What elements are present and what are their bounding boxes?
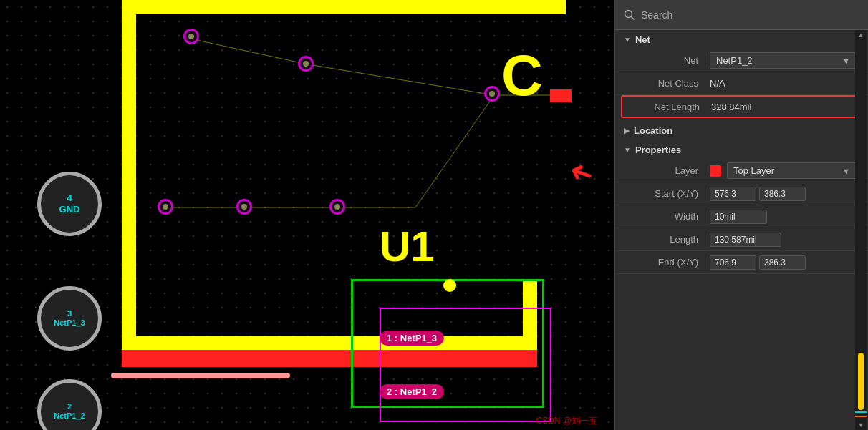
- end-label: End (X/Y): [627, 257, 698, 268]
- width-label: Width: [627, 211, 698, 222]
- start-xy-row: Start (X/Y): [615, 182, 868, 205]
- scroll-down-arrow[interactable]: ▼: [858, 421, 864, 429]
- via-4: [158, 199, 173, 215]
- scrollbar-track[interactable]: ▲ ▼: [855, 30, 867, 430]
- csdn-watermark: CSDN @刘一五: [536, 415, 597, 427]
- layer-dropdown[interactable]: Top Layer ▼: [727, 162, 857, 179]
- triangle-icon: ▼: [624, 36, 631, 44]
- start-coords: [710, 187, 857, 201]
- svg-line-3: [415, 95, 494, 207]
- triangle-props-icon: ▼: [624, 146, 631, 154]
- pad-4-gnd: 4GND: [37, 172, 102, 236]
- end-coords: [710, 255, 857, 270]
- search-input[interactable]: [641, 9, 859, 21]
- net-class-label: Net Class: [627, 78, 698, 89]
- svg-line-0: [193, 39, 308, 64]
- scrollbar-area: [855, 39, 867, 421]
- yellow-trace-horizontal-top: [122, 0, 566, 14]
- via-2: [298, 56, 314, 72]
- via-3: [484, 86, 500, 102]
- net-field-row: Net NetP1_2 ▼: [615, 49, 868, 72]
- layer-row: Layer Top Layer ▼: [615, 160, 868, 182]
- search-icon: [624, 9, 635, 21]
- svg-line-1: [308, 64, 494, 95]
- section-net-label: Net: [635, 34, 650, 45]
- net-label: Net: [627, 55, 698, 66]
- net-value-text: NetP1_2: [716, 55, 753, 66]
- via-5: [236, 199, 252, 215]
- layer-chevron-icon: ▼: [842, 167, 850, 175]
- width-input[interactable]: [710, 210, 767, 224]
- length-input[interactable]: [710, 233, 781, 247]
- width-row: Width: [615, 205, 868, 228]
- pink-trace: [111, 373, 290, 378]
- scroll-thumb[interactable]: [858, 353, 864, 410]
- section-properties-header[interactable]: ▼ Properties: [615, 140, 868, 160]
- layer-color-swatch: [710, 165, 721, 177]
- start-x-input[interactable]: [710, 187, 756, 201]
- search-bar: [615, 0, 868, 30]
- via-6: [329, 199, 345, 215]
- net-value-dropdown[interactable]: NetP1_2 ▼: [710, 52, 857, 69]
- pad-3-netp1-3: 3NetP1_3: [37, 286, 102, 351]
- section-location-header[interactable]: ▶ Location: [615, 121, 868, 140]
- net-badge-2: 2 : NetP1_2: [380, 384, 444, 399]
- props-scroll[interactable]: ▼ Net Net NetP1_2 ▼ Net Class N/A Net Le…: [615, 30, 868, 430]
- length-row: Length: [615, 228, 868, 251]
- end-y-input[interactable]: [759, 255, 806, 270]
- net-length-row: Net Length 328.84mil: [621, 95, 862, 118]
- properties-panel: ▼ Net Net NetP1_2 ▼ Net Class N/A Net Le…: [614, 0, 868, 430]
- scroll-up-arrow[interactable]: ▲: [858, 31, 864, 39]
- start-label: Start (X/Y): [627, 188, 698, 199]
- yellow-trace-vertical: [122, 0, 136, 351]
- scroll-indicator-orange: [855, 416, 867, 417]
- start-y-input[interactable]: [759, 187, 806, 201]
- section-net-header[interactable]: ▼ Net: [615, 30, 868, 49]
- chevron-down-icon: ▼: [842, 57, 850, 65]
- net-class-value: N/A: [710, 78, 857, 89]
- u1-label: U1: [380, 222, 435, 271]
- pad-rect-c: [550, 89, 572, 102]
- net-class-row: Net Class N/A: [615, 72, 868, 95]
- component-c-label: C: [501, 43, 543, 109]
- layer-label: Layer: [627, 165, 698, 176]
- length-label: Length: [627, 234, 698, 245]
- svg-line-8: [632, 16, 635, 19]
- net-length-label: Net Length: [628, 102, 700, 112]
- net-length-value: 328.84mil: [711, 102, 855, 112]
- triangle-right-icon: ▶: [624, 127, 630, 135]
- section-location-label: Location: [634, 125, 672, 136]
- pcb-canvas[interactable]: C U1 4GND 3NetP1_3 2NetP1_2 1 : NetP1_3 …: [0, 0, 614, 430]
- via-yellow-dot: [443, 279, 456, 292]
- end-x-input[interactable]: [710, 255, 756, 270]
- scroll-indicator-cyan: [855, 411, 867, 413]
- via-1: [183, 29, 199, 44]
- layer-value-text: Top Layer: [733, 165, 774, 176]
- end-xy-row: End (X/Y): [615, 251, 868, 274]
- magenta-trace-rect: [380, 308, 551, 422]
- net-badge-1: 1 : NetP1_3: [380, 331, 444, 346]
- section-properties-label: Properties: [635, 145, 681, 155]
